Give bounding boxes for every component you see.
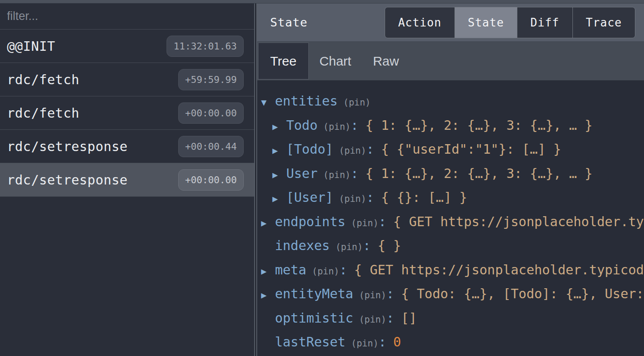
filter-input[interactable] — [7, 10, 247, 23]
action-row-rdcsetresponse[interactable]: rdc/setresponse+00:00.00 — [0, 163, 254, 197]
redux-devtools-app: @@INIT11:32:01.63rdc/fetch+59:59.99rdc/f… — [0, 0, 644, 356]
action-name: rdc/fetch — [7, 105, 79, 121]
action-row-rdcsetresponse[interactable]: rdc/setresponse+00:00.44 — [0, 130, 254, 163]
tree-preview: { } — [378, 238, 401, 253]
key-colon: : — [366, 142, 374, 157]
tab-action[interactable]: Action — [385, 7, 454, 38]
subtab-tree[interactable]: Tree — [258, 43, 309, 79]
tree-row-optimistic[interactable]: optimistic(pin):[] — [258, 306, 644, 330]
key-colon: : — [386, 310, 394, 326]
tree-preview: { GET https://jsonplaceholder.typ — [393, 214, 644, 229]
tree-key[interactable]: Todo — [286, 118, 317, 133]
pin-link[interactable]: (pin) — [323, 122, 350, 132]
expand-arrow-icon[interactable]: ▶ — [272, 139, 286, 163]
pin-link[interactable]: (pin) — [323, 170, 350, 180]
tree-row-lastreset[interactable]: lastReset(pin):0 — [258, 330, 644, 354]
expand-arrow-icon[interactable]: ▶ — [261, 260, 275, 284]
filter-row — [0, 3, 254, 30]
expand-arrow-icon[interactable]: ▶ — [272, 115, 286, 139]
action-row-init[interactable]: @@INIT11:32:01.63 — [0, 30, 254, 63]
tree-key[interactable]: entityMeta — [275, 286, 353, 301]
tree-row-todo[interactable]: ▶[Todo](pin):{ {"userId":"1"}: […] } — [258, 137, 644, 162]
action-list-panel: @@INIT11:32:01.63rdc/fetch+59:59.99rdc/f… — [0, 3, 255, 356]
main-layout: @@INIT11:32:01.63rdc/fetch+59:59.99rdc/f… — [0, 3, 644, 356]
pin-link[interactable]: (pin) — [335, 242, 363, 252]
action-list: @@INIT11:32:01.63rdc/fetch+59:59.99rdc/f… — [0, 30, 254, 197]
expand-arrow-icon[interactable]: ▶ — [272, 187, 286, 211]
tree-row-entitymeta[interactable]: ▶entityMeta(pin):{ Todo: {…}, [Todo]: {…… — [258, 282, 644, 306]
tree-key[interactable]: indexes — [275, 238, 330, 253]
tree-row-meta[interactable]: ▶meta(pin):{ GET https://jsonplaceholder… — [258, 258, 644, 282]
tree-preview: { 1: {…}, 2: {…}, 3: {…}, … } — [366, 118, 593, 133]
pin-link[interactable]: (pin) — [359, 314, 386, 325]
tree-key[interactable]: lastReset — [275, 334, 346, 349]
key-colon: : — [366, 190, 374, 205]
tree-preview: [] — [401, 310, 417, 326]
key-colon: : — [363, 238, 371, 253]
expand-arrow-icon[interactable]: ▶ — [261, 283, 275, 308]
inspector-header: State ActionStateDiffTrace — [257, 3, 644, 41]
tree-row-user[interactable]: ▶User(pin):{ 1: {…}, 2: {…}, 3: {…}, … } — [258, 162, 644, 186]
key-colon: : — [379, 214, 386, 229]
key-colon: : — [386, 286, 394, 301]
tree-preview: { 1: {…}, 2: {…}, 3: {…}, … } — [366, 166, 593, 181]
pin-link[interactable]: (pin) — [312, 266, 339, 277]
tab-state[interactable]: State — [454, 7, 517, 38]
tree-key[interactable]: endpoints — [275, 214, 346, 229]
tree-preview: { Todo: {…}, [Todo]: {…}, User: — [401, 286, 644, 301]
action-time-badge[interactable]: +00:00.00 — [178, 102, 244, 124]
action-time-badge[interactable]: 11:32:01.63 — [167, 36, 244, 57]
tree-key[interactable]: optimistic — [275, 310, 353, 326]
pin-link[interactable]: (pin) — [351, 218, 379, 228]
expand-arrow-icon[interactable]: ▶ — [272, 163, 286, 188]
tree-key[interactable]: [Todo] — [286, 142, 333, 157]
tree-row-indexes[interactable]: indexes(pin):{ } — [258, 234, 644, 258]
tree-preview: { {}: […] } — [381, 190, 467, 205]
tab-trace[interactable]: Trace — [572, 7, 635, 38]
action-time-badge[interactable]: +00:00.44 — [178, 136, 244, 157]
pin-link[interactable]: (pin) — [339, 194, 366, 204]
collapse-arrow-icon[interactable]: ▼ — [261, 91, 275, 115]
pin-link[interactable]: (pin) — [343, 97, 371, 108]
view-tab-group: ActionStateDiffTrace — [385, 7, 635, 38]
top-strip — [0, 0, 644, 3]
tree-key[interactable]: User — [286, 166, 317, 181]
tree-preview: { {"userId":"1"}: […] } — [381, 142, 561, 157]
tab-diff[interactable]: Diff — [517, 7, 572, 38]
state-subtab-bar: TreeChartRaw — [257, 41, 644, 80]
action-time-badge[interactable]: +00:00.00 — [178, 169, 244, 191]
pin-link[interactable]: (pin) — [359, 290, 386, 300]
inspector-title: State — [270, 16, 307, 29]
key-colon: : — [339, 262, 347, 277]
key-colon: : — [350, 166, 358, 181]
tree-row-entities[interactable]: ▼entities(pin) — [258, 89, 644, 113]
key-colon: : — [350, 118, 358, 133]
inspector-panel: State ActionStateDiffTrace TreeChartRaw … — [257, 3, 644, 356]
tree-row-user[interactable]: ▶[User](pin):{ {}: […] } — [258, 185, 644, 210]
pin-link[interactable]: (pin) — [351, 338, 379, 349]
pin-link[interactable]: (pin) — [339, 145, 366, 156]
action-name: rdc/setresponse — [7, 172, 127, 188]
tree-key[interactable]: meta — [275, 262, 306, 277]
action-row-rdcfetch[interactable]: rdc/fetch+59:59.99 — [0, 63, 254, 96]
action-name: rdc/fetch — [7, 72, 79, 87]
tree-key[interactable]: entities — [275, 93, 338, 109]
action-name: @@INIT — [7, 39, 55, 54]
tree-preview: { GET https://jsonplaceholder.typicode — [354, 262, 644, 277]
subtab-chart[interactable]: Chart — [309, 43, 362, 79]
subtab-raw[interactable]: Raw — [362, 43, 410, 79]
state-tree: ▼entities(pin)▶Todo(pin):{ 1: {…}, 2: {…… — [257, 80, 644, 356]
tree-row-endpoints[interactable]: ▶endpoints(pin):{ GET https://jsonplaceh… — [258, 210, 644, 234]
tree-key[interactable]: [User] — [286, 190, 333, 205]
tree-value-number: 0 — [393, 334, 401, 349]
action-time-badge[interactable]: +59:59.99 — [178, 69, 244, 90]
action-row-rdcfetch[interactable]: rdc/fetch+00:00.00 — [0, 96, 254, 130]
key-colon: : — [379, 334, 386, 349]
expand-arrow-icon[interactable]: ▶ — [261, 211, 275, 236]
action-name: rdc/setresponse — [7, 139, 127, 154]
tree-row-todo[interactable]: ▶Todo(pin):{ 1: {…}, 2: {…}, 3: {…}, … } — [258, 113, 644, 138]
